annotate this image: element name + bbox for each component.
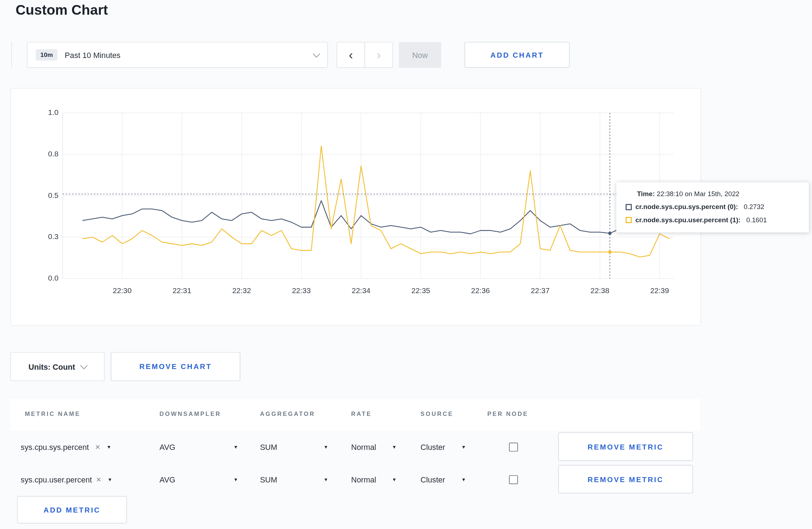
dropdown-caret-icon: ▾ (324, 444, 327, 450)
tooltip-time-label: Time: (637, 190, 655, 198)
add-chart-button[interactable]: ADD CHART (465, 42, 570, 68)
add-metric-button[interactable]: ADD METRIC (17, 496, 127, 524)
col-header-per-node: PER NODE (487, 411, 528, 417)
tooltip-series-row: cr.node.sys.cpu.sys.percent (0): 0.2732 (625, 203, 799, 211)
time-range-label: Past 10 Minutes (65, 50, 121, 59)
remove-metric-button[interactable]: REMOVE METRIC (558, 432, 693, 461)
chevron-left-icon: ‹ (349, 48, 353, 62)
y-tick-label: 1.0 (29, 108, 58, 116)
tooltip-series-name: cr.node.sys.cpu.sys.percent (0): (635, 203, 738, 211)
clear-icon[interactable]: × (96, 475, 101, 484)
tooltip-series-value: 0.2732 (744, 203, 764, 211)
downsampler-value: AVG (160, 475, 175, 484)
x-tick-label: 22:30 (99, 286, 145, 295)
downsampler-select[interactable]: AVG ▾ (160, 464, 237, 496)
tooltip-series-row: cr.node.sys.cpu.user.percent (1): 0.1601 (625, 216, 799, 224)
dropdown-caret-icon: ▾ (462, 477, 465, 482)
page-title: Custom Chart (15, 2, 108, 18)
per-node-cell (509, 464, 518, 496)
tooltip-series-value: 0.1601 (746, 216, 767, 224)
source-select[interactable]: Cluster ▾ (421, 464, 465, 496)
prev-time-button[interactable]: ‹ (337, 42, 365, 68)
table-row: sys.cpu.sys.percent × ▾ AVG ▾ SUM ▾ Norm… (10, 431, 700, 463)
x-tick-label: 22:33 (278, 286, 325, 295)
chart-card: 0.00.30.50.81.0 22:3022:3122:3222:3322:3… (10, 88, 701, 326)
per-node-checkbox[interactable] (509, 475, 518, 484)
remove-chart-button[interactable]: REMOVE CHART (111, 352, 241, 381)
tooltip-time-value: 22:38:10 on Mar 15th, 2022 (657, 190, 739, 198)
y-tick-label: 0.3 (29, 232, 58, 241)
metric-name: sys.cpu.user.percent (21, 475, 92, 484)
time-range-dropdown[interactable]: 10m Past 10 Minutes (27, 42, 328, 68)
table-row: sys.cpu.user.percent × ▾ AVG ▾ SUM ▾ Nor… (10, 464, 700, 496)
chevron-right-icon: › (377, 48, 381, 62)
col-header-aggregator: AGGREGATOR (260, 411, 315, 417)
metric-name-select[interactable]: sys.cpu.user.percent × ▾ (21, 464, 111, 496)
rate-value: Normal (351, 443, 376, 452)
aggregator-select[interactable]: SUM ▾ (260, 431, 327, 463)
source-select[interactable]: Cluster ▾ (421, 431, 465, 463)
next-time-button[interactable]: › (364, 42, 393, 68)
x-tick-label: 22:36 (457, 286, 504, 295)
chart-tooltip: Time: 22:38:10 on Mar 15th, 2022 cr.node… (616, 182, 809, 232)
y-tick-label: 0.8 (29, 150, 58, 158)
dropdown-caret-icon: ▾ (108, 477, 111, 482)
dropdown-caret-icon: ▾ (107, 444, 110, 450)
downsampler-select[interactable]: AVG ▾ (160, 431, 237, 463)
col-header-metric-name: METRIC NAME (25, 411, 81, 417)
remove-metric-button[interactable]: REMOVE METRIC (558, 465, 693, 494)
series-swatch-icon (625, 204, 632, 210)
aggregator-value: SUM (260, 475, 277, 484)
units-dropdown[interactable]: Units: Count (10, 352, 105, 381)
series-swatch-icon (625, 217, 632, 223)
x-tick-label: 22:31 (159, 286, 205, 295)
tooltip-series-name: cr.node.sys.cpu.user.percent (1): (635, 216, 741, 224)
y-tick-label: 0.0 (29, 274, 58, 282)
toolbar-divider (11, 42, 12, 68)
x-tick-label: 22:34 (338, 286, 384, 295)
dropdown-caret-icon: ▾ (393, 444, 396, 450)
time-pager: ‹ › (337, 42, 393, 68)
per-node-cell (509, 431, 518, 463)
source-value: Cluster (421, 475, 445, 484)
aggregator-value: SUM (260, 443, 277, 452)
x-tick-label: 22:32 (218, 286, 265, 295)
col-header-downsampler: DOWNSAMPLER (160, 411, 221, 417)
rate-select[interactable]: Normal ▾ (351, 464, 396, 496)
aggregator-select[interactable]: SUM ▾ (260, 464, 327, 496)
x-tick-label: 22:38 (577, 286, 623, 295)
metrics-table-header: METRIC NAME DOWNSAMPLER AGGREGATOR RATE … (10, 399, 700, 431)
x-tick-label: 22:35 (397, 286, 444, 295)
x-tick-label: 22:39 (636, 286, 683, 295)
col-header-rate: RATE (351, 411, 372, 417)
chevron-down-icon (313, 50, 320, 57)
rate-select[interactable]: Normal ▾ (351, 431, 396, 463)
dropdown-caret-icon: ▾ (234, 477, 237, 482)
tooltip-time-row: Time: 22:38:10 on Mar 15th, 2022 (637, 190, 799, 198)
clear-icon[interactable]: × (95, 443, 100, 452)
dropdown-caret-icon: ▾ (393, 477, 396, 482)
x-tick-label: 22:37 (517, 286, 564, 295)
y-tick-label: 0.5 (29, 191, 58, 199)
downsampler-value: AVG (160, 443, 175, 452)
rate-value: Normal (351, 475, 376, 484)
per-node-checkbox[interactable] (509, 443, 518, 452)
dropdown-caret-icon: ▾ (462, 444, 465, 450)
time-range-badge: 10m (36, 49, 58, 60)
col-header-source: SOURCE (421, 411, 454, 417)
dropdown-caret-icon: ▾ (234, 444, 237, 450)
source-value: Cluster (421, 443, 445, 452)
chevron-down-icon (80, 362, 87, 369)
metric-name-select[interactable]: sys.cpu.sys.percent × ▾ (21, 431, 111, 463)
units-label: Units: Count (29, 362, 75, 371)
dropdown-caret-icon: ▾ (324, 477, 327, 482)
metric-name: sys.cpu.sys.percent (21, 443, 89, 452)
now-button[interactable]: Now (399, 42, 441, 68)
